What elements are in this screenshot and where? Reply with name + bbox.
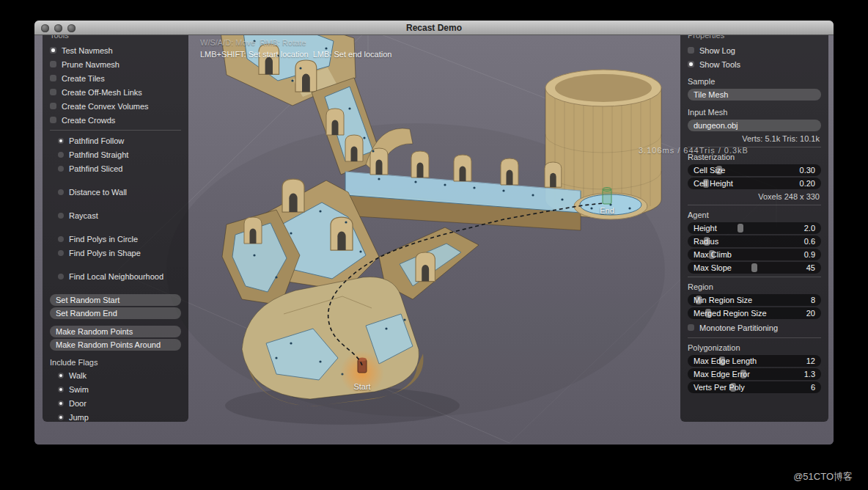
show-log-checkbox[interactable]: Show Log: [680, 43, 828, 57]
checkbox-icon: [688, 324, 694, 331]
agent-height-slider[interactable]: Height 2.0: [688, 222, 821, 234]
radio-icon: [58, 166, 64, 172]
toolmode-find-local-neighbourhood[interactable]: Find Local Neighbourhood: [43, 269, 188, 283]
screen: Recast Demo: [0, 0, 868, 490]
end-label: End: [600, 206, 614, 215]
agent-title: Agent: [680, 208, 828, 221]
monotone-partitioning-checkbox[interactable]: Monotone Partitioning: [680, 321, 828, 334]
radio-icon: [58, 189, 64, 195]
cell-height-slider[interactable]: Cell Height 0.20: [688, 178, 821, 189]
toolmode-find-polys-in-shape[interactable]: Find Polys in Shape: [43, 246, 188, 260]
spacer: [43, 260, 188, 269]
help-text-set-location: LMB+SHIFT: Set start location LMB: Set e…: [200, 50, 391, 59]
close-button[interactable]: [41, 24, 49, 32]
window-controls: [41, 24, 76, 32]
flag-swim[interactable]: Swim: [43, 382, 188, 396]
include-flags-title: Include Flags: [43, 356, 188, 368]
set-random-start-button[interactable]: Set Random Start: [50, 294, 181, 306]
flag-door[interactable]: Door: [43, 396, 188, 410]
toolmode-pathfind-sliced[interactable]: Pathfind Sliced: [43, 161, 188, 175]
checkbox-icon: [688, 47, 694, 54]
set-random-end-button[interactable]: Set Random End: [50, 307, 181, 319]
radio-icon: [58, 387, 64, 392]
tool-item-test-navmesh[interactable]: Test Navmesh: [43, 43, 188, 57]
tool-item-create-offmesh-links[interactable]: Create Off-Mesh Links: [43, 85, 188, 99]
titlebar[interactable]: Recast Demo: [34, 21, 834, 35]
divider: [50, 130, 181, 131]
properties-panel: Properties Show Log Show Tools Sample Ti…: [680, 26, 828, 422]
radio-icon: [50, 117, 56, 123]
spacer: [43, 222, 188, 232]
toolmode-raycast[interactable]: Raycast: [43, 208, 188, 222]
end-agent-marker: [603, 188, 611, 205]
polygonization-title: Polygonization: [680, 341, 828, 354]
spacer: [43, 175, 188, 185]
checkbox-icon: [688, 61, 694, 67]
radio-icon: [50, 75, 56, 81]
spacer: [43, 199, 188, 208]
radio-icon: [58, 236, 64, 242]
flag-walk[interactable]: Walk: [43, 368, 188, 382]
toolmode-pathfind-straight[interactable]: Pathfind Straight: [43, 147, 188, 161]
cell-size-slider[interactable]: Cell Size 0.30: [688, 164, 821, 176]
max-edge-error-slider[interactable]: Max Edge Error 1.3: [688, 368, 821, 380]
radio-icon: [58, 138, 64, 144]
toolmode-find-polys-in-circle[interactable]: Find Polys in Circle: [43, 232, 188, 246]
input-mesh-select-button[interactable]: dungeon.obj: [688, 120, 821, 131]
window-title: Recast Demo: [406, 23, 462, 33]
divider: [688, 337, 821, 338]
radio-icon: [58, 152, 64, 158]
make-random-points-button[interactable]: Make Random Points: [50, 326, 181, 337]
radio-icon: [58, 401, 64, 406]
tools-panel: Tools Test Navmesh Prune Navmesh Create …: [43, 26, 188, 422]
tool-item-create-tiles[interactable]: Create Tiles: [43, 71, 188, 85]
merged-region-size-slider[interactable]: Merged Region Size 20: [688, 307, 821, 319]
radio-icon: [58, 250, 64, 256]
tool-item-create-crowds[interactable]: Create Crowds: [43, 113, 188, 127]
zoom-button[interactable]: [67, 24, 76, 32]
divider: [688, 277, 821, 277]
slider-handle[interactable]: [751, 263, 757, 272]
radio-icon: [50, 89, 56, 95]
tool-item-prune-navmesh[interactable]: Prune Navmesh: [43, 57, 188, 71]
watermark: @51CTO博客: [793, 470, 853, 483]
tool-item-create-convex-volumes[interactable]: Create Convex Volumes: [43, 99, 188, 113]
radio-icon: [58, 213, 64, 219]
max-edge-length-slider[interactable]: Max Edge Length 12: [688, 355, 821, 367]
start-label: Start: [353, 382, 370, 391]
region-title: Region: [680, 280, 828, 293]
max-slope-slider[interactable]: Max Slope 45: [688, 262, 821, 274]
radio-icon: [50, 47, 56, 54]
radio-icon: [58, 274, 64, 279]
voxels-stats: Voxels 248 x 330: [680, 191, 828, 202]
show-tools-checkbox[interactable]: Show Tools: [680, 57, 828, 71]
max-climb-slider[interactable]: Max Climb 0.9: [688, 249, 821, 260]
spacer: [43, 321, 188, 324]
sample-select-button[interactable]: Tile Mesh: [688, 89, 821, 100]
mesh-stats: Verts: 5.1k Tris: 10.1k: [680, 133, 828, 144]
sample-label: Sample: [680, 75, 828, 87]
tile-build-stats: 3.106ms / 644Tris / 0.3kB: [639, 146, 749, 155]
make-random-points-around-button[interactable]: Make Random Points Around: [50, 339, 181, 351]
radio-icon: [58, 373, 64, 379]
recast-demo-window: Recast Demo: [34, 21, 834, 445]
slider-handle[interactable]: [738, 224, 743, 233]
input-mesh-label: Input Mesh: [680, 106, 828, 118]
toolmode-pathfind-follow[interactable]: Pathfind Follow: [43, 134, 188, 147]
divider: [688, 205, 821, 205]
flag-jump[interactable]: Jump: [43, 410, 188, 422]
spacer: [43, 283, 188, 293]
radio-icon: [50, 103, 56, 109]
min-region-size-slider[interactable]: Min Region Size 8: [688, 294, 821, 306]
toolmode-distance-to-wall[interactable]: Distance to Wall: [43, 185, 188, 199]
radio-icon: [50, 61, 56, 67]
minimize-button[interactable]: [54, 24, 62, 32]
radio-icon: [58, 414, 64, 420]
agent-radius-slider[interactable]: Radius 0.6: [688, 235, 821, 247]
verts-per-poly-slider[interactable]: Verts Per Poly 6: [688, 381, 821, 393]
help-text-move: W/S/A/D: Move RMB: Rotate: [200, 38, 306, 47]
